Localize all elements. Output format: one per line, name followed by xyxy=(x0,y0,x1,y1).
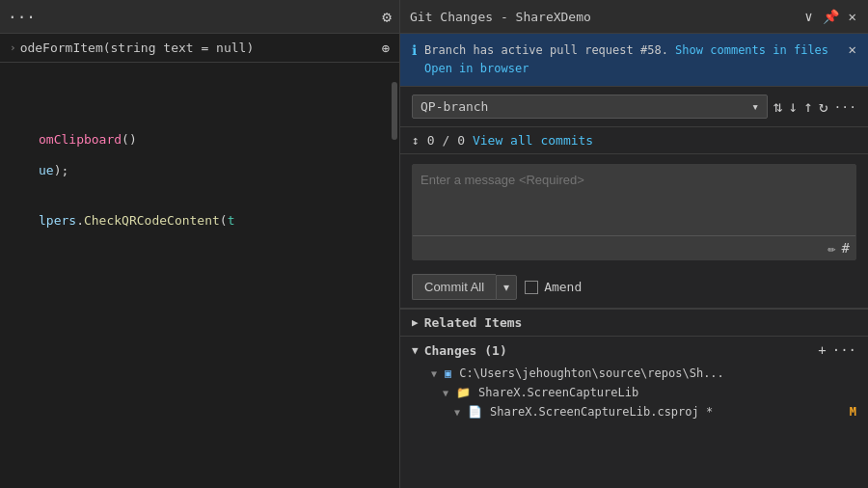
related-items-section[interactable]: ▶ Related Items xyxy=(400,310,868,336)
commit-button-group: Commit All ▾ xyxy=(412,274,517,300)
pull-icon[interactable]: ↓ xyxy=(789,97,799,116)
amend-group: Amend xyxy=(525,280,582,294)
repo-path: C:\Users\jehoughton\source\repos\Sh... xyxy=(459,366,724,380)
file-name: ShareX.ScreenCaptureLib.csproj * xyxy=(490,405,713,419)
code-line-helpers: lpers.CheckQRCodeContent(t xyxy=(0,209,399,230)
commits-arrows-icon: ↕ xyxy=(412,133,420,148)
lib-name: ShareX.ScreenCaptureLib xyxy=(478,386,638,399)
git-panel-title: Git Changes - ShareXDemo xyxy=(410,10,797,24)
pr-banner: ℹ Branch has active pull request #58. Sh… xyxy=(400,34,868,87)
commit-message-area: ✏️ # xyxy=(412,164,856,260)
git-panel-header: Git Changes - ShareXDemo ∨ 📌 ✕ xyxy=(400,0,868,34)
breadcrumb: › odeFormItem(string text = null) ⊕ xyxy=(0,34,399,63)
pin-icon[interactable]: 📌 xyxy=(821,7,841,26)
folder-icon: 📁 xyxy=(456,386,471,399)
changes-chevron: ▼ xyxy=(412,344,419,357)
branch-row: QP-branch ▾ ⇅ ↓ ↑ ↻ ··· xyxy=(400,87,868,127)
commit-all-button[interactable]: Commit All xyxy=(412,274,496,300)
pr-text-start: Branch has active pull request #58. xyxy=(424,43,668,57)
code-clipboard: omClipboard xyxy=(39,132,122,147)
file-badge: M xyxy=(850,405,856,419)
related-items-chevron: ▶ xyxy=(412,316,419,329)
code-tab-bar: ··· ⚙ xyxy=(0,0,399,34)
code-editor-panel: ··· ⚙ › odeFormItem(string text = null) … xyxy=(0,0,400,488)
tree-item-lib[interactable]: ▼ 📁 ShareX.ScreenCaptureLib xyxy=(400,383,868,402)
tree-item-file[interactable]: ▼ 📄 ShareX.ScreenCaptureLib.csproj * M xyxy=(400,402,868,421)
branch-dropdown-icon: ▾ xyxy=(751,99,759,114)
split-editor-icon[interactable]: ⊕ xyxy=(382,41,390,56)
changes-more-icon[interactable]: ··· xyxy=(832,342,856,358)
settings-icon[interactable]: ⚙ xyxy=(382,8,392,26)
amend-checkbox[interactable] xyxy=(525,281,538,294)
breadcrumb-text: odeFormItem(string text = null) xyxy=(20,41,255,55)
branch-name: QP-branch xyxy=(420,99,488,114)
pr-message: Branch has active pull request #58. Show… xyxy=(424,41,841,78)
code-line-clipboard: Amend omClipboard() xyxy=(0,128,399,149)
tree-chevron-file: ▼ xyxy=(454,407,460,418)
code-spacer xyxy=(0,149,399,159)
code-helpers: lpers xyxy=(39,213,76,228)
git-changes-panel: Git Changes - ShareXDemo ∨ 📌 ✕ ℹ Branch … xyxy=(400,0,868,488)
branch-more-icon[interactable]: ··· xyxy=(834,99,856,114)
commit-row: Commit All ▾ Amend xyxy=(400,266,868,309)
code-line xyxy=(0,70,399,128)
amend-label: Amend xyxy=(544,280,582,294)
code-ue: ue xyxy=(39,163,54,177)
changes-actions: + ··· xyxy=(818,342,856,358)
chevron-down-icon[interactable]: ∨ xyxy=(802,7,814,26)
banner-close-icon[interactable]: ✕ xyxy=(849,41,856,57)
info-icon: ℹ xyxy=(412,42,417,58)
repo-icon: ▣ xyxy=(445,366,451,380)
sync-icon[interactable]: ↻ xyxy=(819,97,828,116)
hash-icon[interactable]: # xyxy=(842,240,850,256)
tree-chevron-repo: ▼ xyxy=(431,368,437,379)
commit-message-input[interactable] xyxy=(413,165,855,232)
file-icon: 📄 xyxy=(468,405,482,419)
show-comments-link[interactable]: Show comments in files xyxy=(675,43,828,57)
code-line-ue: ue); xyxy=(0,159,399,180)
commit-button-dropdown[interactable]: ▾ xyxy=(496,275,517,300)
code-spacer2 xyxy=(0,180,399,209)
message-toolbar: ✏️ # xyxy=(413,235,855,259)
add-icon[interactable]: + xyxy=(818,342,826,358)
git-header-icons: ∨ 📌 ✕ xyxy=(802,7,858,26)
view-all-commits-link[interactable]: View all commits xyxy=(473,133,593,148)
related-items-title: Related Items xyxy=(424,315,856,330)
co-author-icon[interactable]: ✏️ xyxy=(827,240,835,256)
close-icon[interactable]: ✕ xyxy=(847,7,858,26)
changes-section-header[interactable]: ▼ Changes (1) + ··· xyxy=(400,337,868,364)
tab-ellipsis-icon[interactable]: ··· xyxy=(8,8,36,26)
fetch-icon[interactable]: ⇅ xyxy=(773,97,783,116)
branch-selector[interactable]: QP-branch ▾ xyxy=(412,95,768,119)
breadcrumb-arrow: › xyxy=(10,41,16,54)
tree-item-repo[interactable]: ▼ ▣ C:\Users\jehoughton\source\repos\Sh.… xyxy=(400,364,868,383)
changes-section: ▼ Changes (1) + ··· ▼ ▣ C:\Users\jehough… xyxy=(400,337,868,488)
changes-title: Changes (1) xyxy=(424,343,819,358)
open-in-browser-link[interactable]: Open in browser xyxy=(424,62,529,75)
commits-row: ↕ 0 / 0 View all commits xyxy=(400,127,868,154)
commits-count: 0 / 0 xyxy=(427,133,465,148)
code-content: Amend omClipboard() ue); lpers.CheckQRCo… xyxy=(0,63,399,488)
tree-chevron-lib: ▼ xyxy=(443,388,448,398)
push-icon[interactable]: ↑ xyxy=(803,97,813,116)
